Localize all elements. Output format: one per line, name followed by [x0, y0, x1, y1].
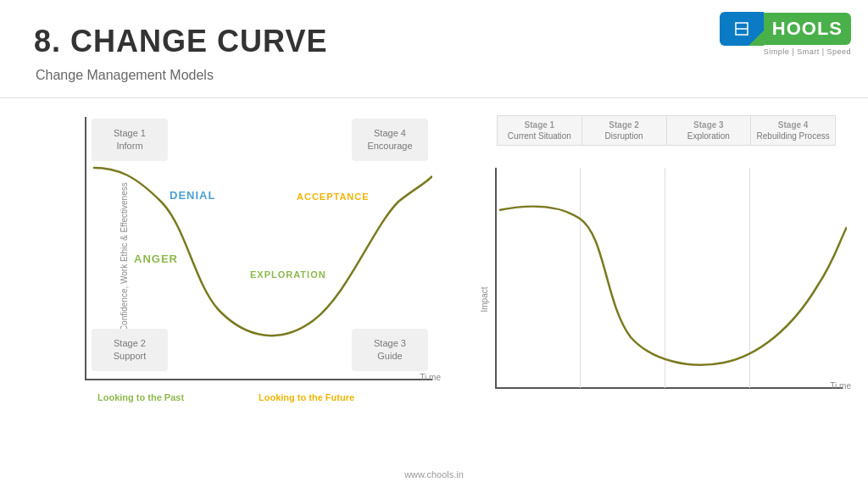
- logo-icon: [720, 12, 764, 46]
- header-stage2: Stage 2 Disruption: [582, 115, 667, 146]
- past-label: Looking to the Past: [97, 392, 184, 402]
- denial-label: DENIAL: [170, 189, 215, 202]
- header-stage3: Stage 3 Exploration: [667, 115, 752, 146]
- right-header: Stage 1 Current Situation Stage 2 Disrup…: [497, 115, 836, 146]
- right-chart: Stage 1 Current Situation Stage 2 Disrup…: [465, 100, 854, 430]
- anger-label: ANGER: [134, 252, 178, 265]
- divider: [0, 97, 868, 98]
- header-stage1: Stage 1 Current Situation: [497, 115, 582, 146]
- right-y-axis-label: Impact: [480, 286, 489, 312]
- logo-tagline: Simple | Smart | Speed: [764, 47, 851, 56]
- footer: www.chools.in: [404, 469, 464, 480]
- exploration-label: EXPLORATION: [250, 269, 326, 280]
- left-chart: Self-Confidence, Work Ethic & Effectiven…: [34, 100, 449, 430]
- logo-text: HOOLS: [764, 13, 851, 45]
- future-label: Looking to the Future: [259, 392, 354, 402]
- logo: HOOLS Simple | Smart | Speed: [720, 12, 851, 56]
- page-subtitle: Change Management Models: [36, 68, 214, 83]
- page-title: 8. CHANGE CURVE: [34, 24, 327, 59]
- right-curve: [495, 168, 847, 392]
- acceptance-label: ACCEPTANCE: [297, 191, 370, 202]
- header-stage4: Stage 4 Rebuilding Process: [751, 115, 836, 146]
